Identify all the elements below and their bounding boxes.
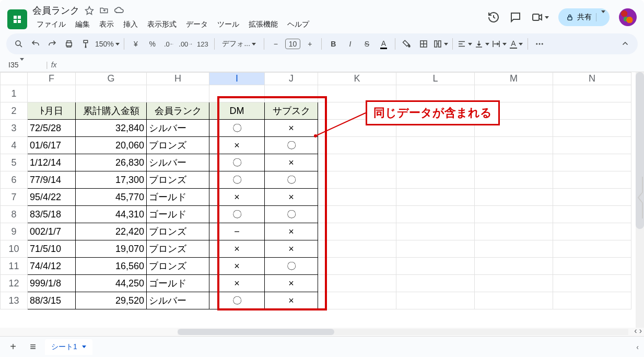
cell-N11[interactable] [553, 258, 631, 275]
scroll-right-icon[interactable]: › [639, 326, 642, 336]
cell-F13[interactable]: 88/3/15 [28, 292, 76, 309]
cell-H3[interactable]: シルバー [147, 120, 209, 137]
all-sheets-button[interactable]: ≡ [25, 341, 41, 353]
cell-G1[interactable] [76, 85, 147, 102]
cell-N9[interactable] [553, 223, 631, 240]
fontsize-decrease[interactable]: − [268, 37, 283, 51]
cell-G13[interactable]: 29,520 [76, 292, 147, 309]
col-header-H[interactable]: H [147, 73, 209, 85]
cell-L8[interactable] [396, 206, 475, 223]
cell-L5[interactable] [396, 154, 475, 171]
cell-M4[interactable] [475, 137, 553, 154]
sheet-tab-1[interactable]: シート1 [45, 339, 92, 355]
cell-K12[interactable] [318, 275, 396, 292]
cell-G7[interactable]: 45,770 [76, 189, 147, 206]
col-header-N[interactable]: N [553, 73, 631, 85]
star-icon[interactable] [85, 6, 94, 15]
cell-J4[interactable]: 〇 [265, 137, 318, 154]
cell-L10[interactable] [396, 240, 475, 258]
cell-F9[interactable]: 002/1/7 [28, 223, 76, 240]
cell-I13[interactable]: 〇 [209, 292, 265, 309]
cell-G11[interactable]: 16,560 [76, 258, 147, 275]
cell-N7[interactable] [553, 189, 631, 206]
row-header-6[interactable]: 6 [1, 171, 28, 189]
cell-F3[interactable]: 72/5/28 [28, 120, 76, 137]
fill-color-button[interactable] [400, 37, 414, 51]
cell-I10[interactable]: × [209, 240, 265, 258]
document-title[interactable]: 会員ランク [32, 4, 79, 17]
cell-H1[interactable] [147, 85, 209, 102]
more-toolbar-icon[interactable] [532, 37, 547, 51]
menu-edit[interactable]: 編集 [71, 18, 94, 31]
undo-icon[interactable] [28, 37, 43, 51]
spreadsheet-grid[interactable]: FGHIJKLMN12ﾄ月日累計購入金額会員ランクDMサブスク372/5/283… [0, 72, 644, 328]
cell-I11[interactable]: × [209, 258, 265, 275]
col-header-L[interactable]: L [396, 73, 475, 85]
meet-icon[interactable] [531, 11, 549, 24]
cell-M6[interactable] [475, 171, 553, 189]
cell-K6[interactable] [318, 171, 396, 189]
col-header-F[interactable]: F [28, 73, 76, 85]
cell-L12[interactable] [396, 275, 475, 292]
paint-format-icon[interactable] [78, 37, 93, 51]
cell-M7[interactable] [475, 189, 553, 206]
cell-L4[interactable] [396, 137, 475, 154]
account-avatar[interactable] [619, 8, 637, 26]
currency-yen[interactable]: ¥ [128, 37, 143, 51]
cell-F8[interactable]: 83/5/18 [28, 206, 76, 223]
cell-N10[interactable] [553, 240, 631, 258]
cell-G10[interactable]: 19,070 [76, 240, 147, 258]
menu-data[interactable]: データ [182, 18, 212, 31]
cell-N5[interactable] [553, 154, 631, 171]
move-folder-icon[interactable] [99, 6, 109, 15]
row-header-9[interactable]: 9 [1, 223, 28, 240]
cell-J7[interactable]: × [265, 189, 318, 206]
cell-I5[interactable]: 〇 [209, 154, 265, 171]
cell-G9[interactable]: 22,420 [76, 223, 147, 240]
redo-icon[interactable] [45, 37, 60, 51]
history-icon[interactable] [487, 11, 500, 24]
cell-J9[interactable]: × [265, 223, 318, 240]
cell-H9[interactable]: ブロンズ [147, 223, 209, 240]
cell-K13[interactable] [318, 292, 396, 309]
cell-H8[interactable]: ゴールド [147, 206, 209, 223]
cell-J3[interactable]: × [265, 120, 318, 137]
cell-J2[interactable]: サブスク [265, 102, 318, 120]
menu-help[interactable]: ヘルプ [283, 18, 313, 31]
cell-I2[interactable]: DM [209, 102, 265, 120]
cell-J11[interactable]: 〇 [265, 258, 318, 275]
cell-N1[interactable] [553, 85, 631, 102]
row-header-11[interactable]: 11 [1, 258, 28, 275]
row-header-2[interactable]: 2 [1, 102, 28, 120]
cell-G4[interactable]: 20,060 [76, 137, 147, 154]
cell-J5[interactable]: × [265, 154, 318, 171]
fontsize-increase[interactable]: + [302, 37, 317, 51]
cell-M13[interactable] [475, 292, 553, 309]
explore-button[interactable]: ‹ [636, 343, 639, 351]
cell-I7[interactable]: × [209, 189, 265, 206]
cell-K8[interactable] [318, 206, 396, 223]
col-header-I[interactable]: I [209, 73, 265, 85]
cell-G5[interactable]: 26,830 [76, 154, 147, 171]
cell-K5[interactable] [318, 154, 396, 171]
cell-H5[interactable]: シルバー [147, 154, 209, 171]
select-all-corner[interactable] [1, 73, 28, 85]
comment-icon[interactable] [509, 11, 522, 24]
cell-I12[interactable]: × [209, 275, 265, 292]
cell-I6[interactable]: 〇 [209, 171, 265, 189]
cell-G6[interactable]: 17,300 [76, 171, 147, 189]
add-sheet-button[interactable]: + [5, 341, 21, 353]
cell-N13[interactable] [553, 292, 631, 309]
fontsize-input[interactable]: 10 [285, 39, 301, 49]
wrap-button[interactable] [491, 37, 507, 51]
cell-N12[interactable] [553, 275, 631, 292]
sheet-tab-menu-icon[interactable] [82, 346, 86, 348]
cell-F12[interactable]: 999/1/8 [28, 275, 76, 292]
cell-N2[interactable] [553, 102, 631, 120]
cell-F1[interactable] [28, 85, 76, 102]
italic-button[interactable]: I [343, 37, 357, 51]
cell-H11[interactable]: ブロンズ [147, 258, 209, 275]
cell-L6[interactable] [396, 171, 475, 189]
cell-N6[interactable] [553, 171, 631, 189]
cell-M10[interactable] [475, 240, 553, 258]
